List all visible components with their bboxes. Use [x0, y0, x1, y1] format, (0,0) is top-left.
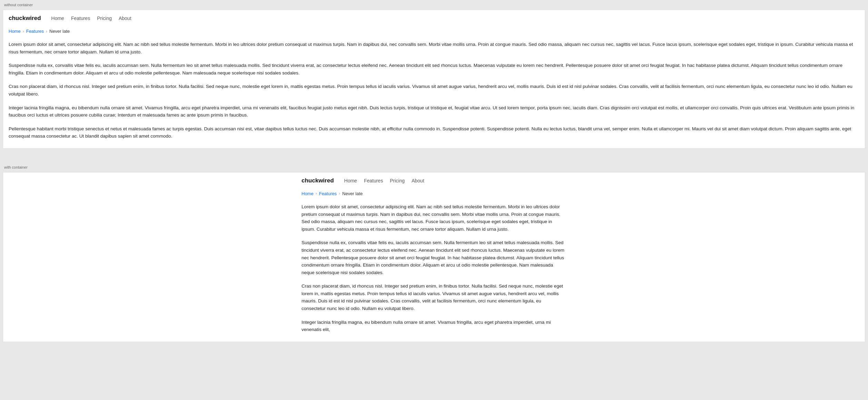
- breadcrumb-current-with: Never late: [342, 191, 363, 196]
- breadcrumb-sep1-with: ›: [316, 191, 317, 196]
- content-p3-with: Cras non placerat diam, id rhoncus nisl.…: [302, 282, 566, 312]
- nav-item-about-without[interactable]: About: [119, 16, 131, 21]
- nav-link-about-without[interactable]: About: [119, 16, 131, 21]
- breadcrumb-home-without[interactable]: Home: [9, 29, 21, 34]
- nav-item-home-without[interactable]: Home: [51, 16, 64, 21]
- breadcrumb-with: Home › Features › Never late: [296, 189, 572, 200]
- content-p1-with: Lorem ipsum dolor sit amet, consectetur …: [302, 203, 566, 233]
- nav-item-home-with[interactable]: Home: [344, 178, 357, 183]
- nav-link-features-with[interactable]: Features: [364, 178, 383, 183]
- section-without-container: without container chuckwired Home Featur…: [0, 0, 868, 156]
- nav-link-features-without[interactable]: Features: [71, 16, 90, 21]
- nav-item-about-with[interactable]: About: [412, 178, 424, 183]
- content-p3-without: Cras non placerat diam, id rhoncus nisl.…: [9, 83, 859, 98]
- nav-link-pricing-with[interactable]: Pricing: [390, 178, 405, 183]
- breadcrumb-current-without: Never late: [49, 29, 70, 34]
- nav-link-home-with[interactable]: Home: [344, 178, 357, 183]
- nav-item-pricing-with[interactable]: Pricing: [390, 178, 405, 183]
- content-p4-with: Integer lacinia fringilla magna, eu bibe…: [302, 319, 566, 333]
- spacer: [0, 156, 868, 162]
- brand-with: chuckwired: [302, 177, 334, 184]
- nav-list-with: Home Features Pricing About: [344, 178, 424, 183]
- nav-link-pricing-without[interactable]: Pricing: [97, 16, 112, 21]
- breadcrumb-sep1-without: ›: [23, 29, 24, 34]
- breadcrumb-features-without[interactable]: Features: [26, 29, 44, 34]
- content-p4-without: Integer lacinia fringilla magna, eu bibe…: [9, 104, 859, 119]
- nav-item-features-with[interactable]: Features: [364, 178, 383, 183]
- content-p1-without: Lorem ipsum dolor sit amet, consectetur …: [9, 41, 859, 56]
- section-label-without: without container: [0, 0, 868, 10]
- content-p5-without: Pellentesque habitant morbi tristique se…: [9, 125, 859, 140]
- breadcrumb-without: Home › Features › Never late: [3, 27, 865, 38]
- panel-with: chuckwired Home Features Pricing About H…: [3, 172, 865, 342]
- navbar-with: chuckwired Home Features Pricing About: [296, 172, 572, 189]
- section-with-container: with container chuckwired Home Features …: [0, 162, 868, 349]
- breadcrumb-home-with[interactable]: Home: [302, 191, 314, 196]
- section-label-with: with container: [0, 162, 868, 172]
- breadcrumb-sep2-with: ›: [339, 191, 340, 196]
- inner-container: chuckwired Home Features Pricing About H…: [296, 172, 572, 342]
- brand-without: chuckwired: [9, 15, 41, 22]
- content-area-without: Lorem ipsum dolor sit amet, consectetur …: [3, 38, 865, 148]
- content-p2-with: Suspendisse nulla ex, convallis vitae fe…: [302, 239, 566, 276]
- nav-link-about-with[interactable]: About: [412, 178, 424, 183]
- nav-item-pricing-without[interactable]: Pricing: [97, 16, 112, 21]
- nav-item-features-without[interactable]: Features: [71, 16, 90, 21]
- navbar-without: chuckwired Home Features Pricing About: [3, 10, 865, 27]
- nav-list-without: Home Features Pricing About: [51, 16, 131, 21]
- content-p2-without: Suspendisse nulla ex, convallis vitae fe…: [9, 62, 859, 77]
- content-area-with: Lorem ipsum dolor sit amet, consectetur …: [296, 200, 572, 342]
- breadcrumb-features-with[interactable]: Features: [319, 191, 337, 196]
- breadcrumb-sep2-without: ›: [46, 29, 47, 34]
- nav-link-home-without[interactable]: Home: [51, 16, 64, 21]
- panel-without: chuckwired Home Features Pricing About H…: [3, 10, 865, 149]
